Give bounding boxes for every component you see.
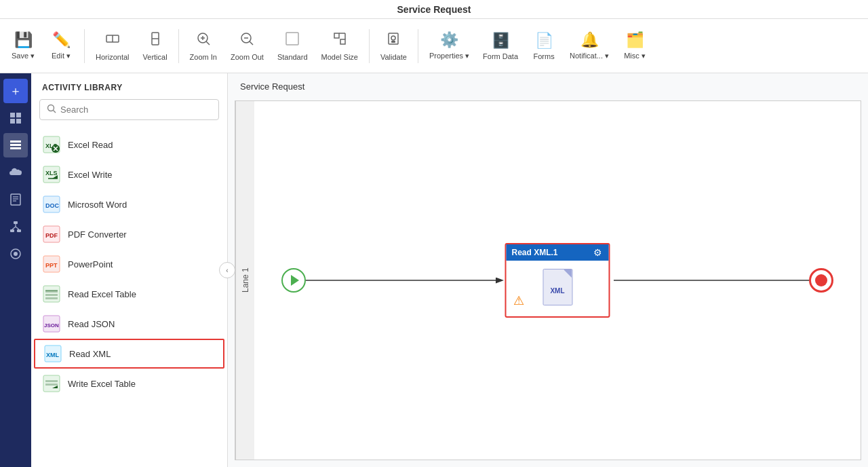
svg-rect-20 (16, 113, 21, 117)
nav-list-icon[interactable] (3, 133, 28, 157)
sidebar-item-read-xml[interactable]: XML Read XML (34, 339, 224, 369)
svg-rect-18 (391, 41, 395, 43)
sidebar-item-label: PowerPoint (68, 259, 113, 269)
svg-rect-72 (45, 384, 58, 386)
misc-icon: 🗂️ (626, 31, 644, 49)
horizontal-button[interactable]: Horizontal (90, 27, 135, 65)
activity-settings-button[interactable]: ⚙ (592, 247, 604, 258)
edit-button[interactable]: ✏️ Edit ▾ (43, 27, 79, 64)
forms-icon: 📄 (535, 32, 553, 50)
search-box[interactable] (39, 99, 219, 120)
activity-node-read-xml[interactable]: Read XML.1 ⚙ ⚠ XML (505, 243, 610, 318)
activity-library-sidebar: ACTIVITY LIBRARY XLS Excel Read XLS Exce… (31, 73, 228, 467)
app-title-bar: Service Request (0, 0, 868, 19)
sidebar-item-read-excel-table[interactable]: Read Excel Table (31, 279, 227, 309)
sidebar-item-microsoft-word[interactable]: DOC Microsoft Word (31, 189, 227, 219)
svg-rect-21 (10, 119, 15, 124)
svg-point-17 (391, 36, 395, 40)
nav-circle-icon[interactable] (3, 242, 28, 266)
zoom-out-label: Zoom Out (231, 53, 264, 61)
nav-notes-icon[interactable] (3, 187, 28, 212)
activity-node-body: ⚠ XML (507, 261, 609, 314)
save-icon: 💾 (14, 31, 33, 49)
nav-add-button[interactable]: ＋ (3, 79, 28, 103)
zoom-in-icon (196, 31, 211, 50)
sidebar-item-read-json[interactable]: JSON Read JSON (31, 309, 227, 339)
svg-point-37 (14, 252, 18, 256)
save-button[interactable]: 💾 Save ▾ (5, 27, 41, 64)
sidebar-item-write-excel-table[interactable]: Write Excel Table (31, 369, 227, 398)
xml-file-body: XML (542, 269, 572, 305)
svg-rect-25 (10, 147, 21, 149)
sidebar-item-label: Read JSON (68, 319, 115, 329)
model-size-icon (332, 31, 347, 50)
vertical-label: Vertical (143, 53, 167, 61)
collapse-sidebar-button[interactable]: ‹ (219, 262, 235, 278)
standard-label: Standard (277, 53, 308, 61)
swimlane: Lane 1 (235, 100, 861, 460)
left-nav: ＋ (0, 73, 31, 467)
svg-text:PDF: PDF (45, 232, 58, 239)
notifications-icon: 🔔 (580, 31, 599, 49)
svg-rect-26 (11, 194, 20, 205)
nav-flow-icon[interactable] (3, 214, 28, 239)
sidebar-item-label: Write Excel Table (68, 379, 136, 389)
misc-button[interactable]: 🗂️ Misc ▾ (617, 27, 652, 64)
activity-node-header: Read XML.1 ⚙ (507, 244, 609, 261)
end-node[interactable] (809, 268, 833, 293)
svg-rect-23 (10, 141, 21, 143)
form-data-button[interactable]: 🗄️ Form Data (477, 28, 524, 64)
app-title: Service Request (397, 4, 471, 15)
search-icon (47, 104, 56, 115)
standard-icon (285, 31, 300, 50)
nav-cloud-icon[interactable] (3, 160, 28, 185)
start-node[interactable] (281, 268, 306, 293)
zoom-out-button[interactable]: Zoom Out (225, 27, 269, 65)
svg-point-38 (48, 105, 54, 111)
zoom-in-button[interactable]: Zoom In (184, 27, 222, 65)
sidebar-item-powerpoint[interactable]: PPT PowerPoint (31, 249, 227, 279)
properties-button[interactable]: ⚙️ Properties ▾ (424, 27, 475, 64)
save-label: Save ▾ (12, 52, 35, 60)
svg-text:PPT: PPT (45, 262, 58, 269)
properties-label: Properties ▾ (429, 52, 469, 60)
search-input[interactable] (60, 105, 212, 115)
read-excel-table-icon (42, 284, 61, 303)
svg-rect-13 (340, 39, 345, 44)
vertical-button[interactable]: Vertical (138, 27, 173, 65)
svg-line-35 (16, 227, 19, 229)
notifications-button[interactable]: 🔔 Notificat... ▾ (564, 27, 614, 64)
svg-text:DOC: DOC (45, 202, 60, 209)
pdf-icon: PDF (42, 225, 61, 244)
canvas-area[interactable]: Service Request Lane 1 (228, 73, 868, 467)
standard-button[interactable]: Standard (272, 27, 313, 65)
end-node-inner (815, 274, 827, 286)
svg-line-7 (206, 41, 210, 45)
svg-rect-12 (334, 33, 339, 38)
model-size-button[interactable]: Model Size (316, 27, 363, 65)
sidebar-item-label: Excel Write (68, 170, 113, 180)
nav-grid-icon[interactable] (3, 106, 28, 130)
svg-rect-30 (14, 221, 18, 224)
forms-label: Forms (533, 52, 554, 60)
svg-rect-32 (17, 229, 21, 232)
separator-3 (369, 29, 370, 63)
word-icon: DOC (42, 195, 61, 214)
excel-write-icon: XLS (42, 165, 61, 184)
validate-label: Validate (380, 53, 407, 61)
sidebar-item-label: Excel Read (68, 140, 113, 150)
activity-node-title: Read XML.1 (512, 248, 558, 257)
xml-file-label: XML (550, 287, 564, 295)
validate-button[interactable]: Validate (375, 27, 412, 65)
forms-button[interactable]: 📄 Forms (526, 28, 561, 64)
json-icon: JSON (42, 314, 61, 333)
svg-text:XML: XML (46, 352, 60, 358)
xml-file-display-icon: XML (540, 267, 575, 307)
sidebar-item-excel-write[interactable]: XLS Excel Write (31, 160, 227, 189)
write-excel-table-icon (42, 374, 61, 393)
sidebar-item-pdf-converter[interactable]: PDF PDF Converter (31, 219, 227, 249)
properties-icon: ⚙️ (440, 31, 458, 49)
sidebar-item-excel-read[interactable]: XLS Excel Read (31, 130, 227, 160)
edit-label: Edit ▾ (52, 52, 71, 60)
ppt-icon: PPT (42, 255, 61, 274)
